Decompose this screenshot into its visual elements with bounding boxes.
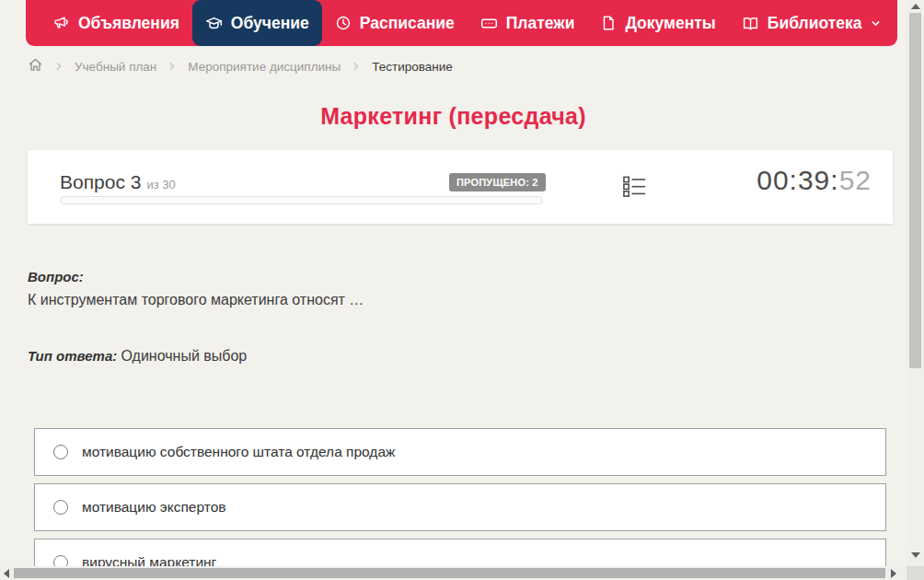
scroll-left-arrow[interactable] bbox=[4, 569, 9, 578]
questions-list-button[interactable] bbox=[620, 174, 648, 202]
breadcrumb-testing: Тестирование bbox=[372, 60, 453, 74]
nav-item-documents[interactable]: Документы bbox=[587, 0, 728, 46]
nav-item-learning[interactable]: Обучение bbox=[192, 0, 322, 46]
scroll-up-arrow[interactable] bbox=[911, 4, 920, 9]
skipped-badge: ПРОПУЩЕНО: 2 bbox=[449, 173, 546, 191]
horizontal-scrollbar[interactable] bbox=[0, 566, 907, 580]
nav-item-announcements[interactable]: Объявления bbox=[40, 0, 192, 46]
timer: 00:39:52 bbox=[757, 165, 872, 196]
breadcrumb: Учебный план Мероприятие дисциплины Тест… bbox=[28, 55, 453, 77]
page-title: Маркетинг (пересдача) bbox=[0, 103, 907, 130]
list-icon bbox=[622, 174, 647, 203]
nav-item-label: Объявления bbox=[78, 14, 179, 33]
radio-button[interactable] bbox=[53, 445, 68, 459]
nav-item-label: Обучение bbox=[231, 14, 309, 33]
nav-item-library[interactable]: Библиотека bbox=[729, 0, 895, 46]
chevron-right-icon bbox=[53, 61, 64, 72]
graduation-cap-icon bbox=[205, 15, 223, 32]
megaphone-icon bbox=[53, 15, 70, 31]
document-icon bbox=[600, 15, 617, 31]
answer-option-label: мотивацию экспертов bbox=[82, 499, 226, 516]
answer-type: Тип ответа: Одиночный выбор bbox=[28, 348, 247, 365]
nav-item-payments[interactable]: Платежи bbox=[468, 0, 588, 46]
nav-item-schedule[interactable]: Расписание bbox=[322, 0, 468, 46]
answer-option-label: мотивацию собственного штата отдела прод… bbox=[82, 444, 395, 460]
answer-type-value: Одиночный выбор bbox=[121, 348, 247, 364]
question-heading: Вопрос: bbox=[28, 269, 84, 284]
answer-options: мотивацию собственного штата отдела прод… bbox=[34, 428, 886, 580]
open-book-icon bbox=[742, 15, 759, 32]
breadcrumb-discipline-event[interactable]: Мероприятие дисциплины bbox=[188, 60, 341, 74]
timer-main: 00:39: bbox=[757, 165, 838, 195]
nav-item-label: Расписание bbox=[360, 14, 455, 33]
chevron-down-icon bbox=[870, 17, 882, 29]
vertical-scrollbar[interactable] bbox=[907, 0, 924, 566]
quiz-header-card: Вопрос 3из 30 ПРОПУЩЕНО: 2 00:39:52 bbox=[28, 150, 893, 224]
answer-option-2[interactable]: мотивацию экспертов bbox=[34, 483, 886, 531]
home-icon[interactable] bbox=[28, 57, 43, 75]
answer-type-label: Тип ответа: bbox=[28, 348, 117, 364]
horizontal-scrollbar-thumb[interactable] bbox=[14, 568, 885, 578]
scroll-down-arrow[interactable] bbox=[911, 552, 920, 558]
clock-icon bbox=[335, 15, 352, 31]
nav-item-label: Библиотека bbox=[768, 14, 862, 33]
nav-item-label: Документы bbox=[625, 14, 715, 33]
nav-item-label: Платежи bbox=[506, 14, 575, 33]
banknote-icon bbox=[480, 15, 498, 32]
top-navbar: Объявления Обучение Расписание bbox=[26, 0, 897, 46]
question-number: Вопрос 3из 30 bbox=[60, 171, 176, 193]
scrollbar-corner bbox=[907, 566, 924, 580]
chevron-right-icon bbox=[167, 61, 178, 72]
question-total: из 30 bbox=[146, 178, 175, 191]
vertical-scrollbar-thumb[interactable] bbox=[909, 13, 921, 368]
scroll-right-arrow[interactable] bbox=[891, 569, 896, 578]
chevron-right-icon bbox=[351, 61, 362, 72]
breadcrumb-curriculum[interactable]: Учебный план bbox=[75, 60, 156, 74]
answer-option-1[interactable]: мотивацию собственного штата отдела прод… bbox=[34, 428, 886, 476]
radio-button[interactable] bbox=[53, 500, 68, 515]
progress-bar bbox=[60, 196, 543, 204]
timer-seconds: 52 bbox=[839, 165, 872, 195]
question-text: К инструментам торгового маркетинга отно… bbox=[28, 292, 364, 308]
